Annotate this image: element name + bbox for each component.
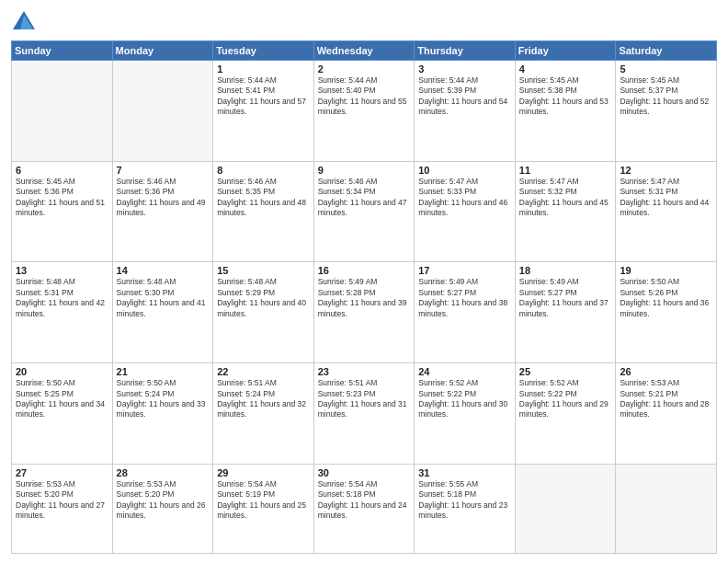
day-cell-19: 19Sunrise: 5:50 AMSunset: 5:26 PMDayligh… bbox=[616, 262, 717, 363]
day-number: 16 bbox=[318, 265, 411, 276]
day-cell-21: 21Sunrise: 5:50 AMSunset: 5:24 PMDayligh… bbox=[112, 363, 213, 465]
day-number: 19 bbox=[620, 265, 712, 276]
day-cell-31: 31Sunrise: 5:55 AMSunset: 5:18 PMDayligh… bbox=[415, 464, 516, 553]
day-number: 8 bbox=[217, 165, 310, 176]
weekday-header-friday: Friday bbox=[515, 41, 616, 61]
day-number: 1 bbox=[217, 63, 310, 75]
weekday-header-sunday: Sunday bbox=[12, 41, 113, 61]
day-number: 30 bbox=[318, 467, 411, 478]
day-number: 17 bbox=[418, 265, 511, 276]
day-info: Sunrise: 5:44 AMSunset: 5:40 PMDaylight:… bbox=[318, 75, 411, 118]
day-info: Sunrise: 5:52 AMSunset: 5:22 PMDaylight:… bbox=[519, 378, 612, 420]
day-info: Sunrise: 5:53 AMSunset: 5:20 PMDaylight:… bbox=[16, 479, 108, 522]
day-cell-18: 18Sunrise: 5:49 AMSunset: 5:27 PMDayligh… bbox=[515, 262, 616, 363]
day-cell-5: 5Sunrise: 5:45 AMSunset: 5:37 PMDaylight… bbox=[616, 61, 717, 162]
day-cell-7: 7Sunrise: 5:46 AMSunset: 5:36 PMDaylight… bbox=[112, 161, 213, 262]
day-cell-29: 29Sunrise: 5:54 AMSunset: 5:19 PMDayligh… bbox=[213, 464, 314, 553]
day-info: Sunrise: 5:51 AMSunset: 5:23 PMDaylight:… bbox=[318, 378, 411, 420]
empty-cell bbox=[12, 61, 113, 162]
day-number: 5 bbox=[620, 63, 712, 75]
day-info: Sunrise: 5:50 AMSunset: 5:24 PMDaylight:… bbox=[117, 378, 210, 420]
day-number: 7 bbox=[117, 165, 210, 176]
day-cell-30: 30Sunrise: 5:54 AMSunset: 5:18 PMDayligh… bbox=[313, 464, 415, 553]
day-cell-10: 10Sunrise: 5:47 AMSunset: 5:33 PMDayligh… bbox=[415, 161, 516, 262]
day-info: Sunrise: 5:44 AMSunset: 5:39 PMDaylight:… bbox=[418, 75, 511, 118]
day-info: Sunrise: 5:47 AMSunset: 5:31 PMDaylight:… bbox=[620, 177, 712, 219]
day-cell-12: 12Sunrise: 5:47 AMSunset: 5:31 PMDayligh… bbox=[616, 161, 717, 262]
weekday-header-wednesday: Wednesday bbox=[313, 41, 415, 61]
weekday-header-row: SundayMondayTuesdayWednesdayThursdayFrid… bbox=[12, 41, 717, 61]
day-info: Sunrise: 5:50 AMSunset: 5:26 PMDaylight:… bbox=[620, 277, 712, 319]
day-info: Sunrise: 5:48 AMSunset: 5:31 PMDaylight:… bbox=[16, 277, 108, 319]
day-cell-22: 22Sunrise: 5:51 AMSunset: 5:24 PMDayligh… bbox=[213, 363, 314, 465]
day-info: Sunrise: 5:53 AMSunset: 5:20 PMDaylight:… bbox=[117, 479, 210, 522]
weekday-header-tuesday: Tuesday bbox=[213, 41, 314, 61]
day-info: Sunrise: 5:48 AMSunset: 5:30 PMDaylight:… bbox=[117, 277, 210, 319]
day-number: 13 bbox=[16, 265, 108, 276]
day-info: Sunrise: 5:45 AMSunset: 5:37 PMDaylight:… bbox=[620, 75, 712, 118]
day-number: 15 bbox=[217, 265, 310, 276]
day-number: 31 bbox=[418, 467, 511, 478]
day-info: Sunrise: 5:49 AMSunset: 5:28 PMDaylight:… bbox=[318, 277, 411, 319]
weekday-header-thursday: Thursday bbox=[415, 41, 516, 61]
day-number: 25 bbox=[519, 366, 612, 377]
day-number: 26 bbox=[620, 366, 712, 377]
day-number: 23 bbox=[318, 366, 411, 377]
day-info: Sunrise: 5:55 AMSunset: 5:18 PMDaylight:… bbox=[418, 479, 511, 522]
day-cell-17: 17Sunrise: 5:49 AMSunset: 5:27 PMDayligh… bbox=[415, 262, 516, 363]
day-cell-3: 3Sunrise: 5:44 AMSunset: 5:39 PMDaylight… bbox=[415, 61, 516, 162]
day-cell-14: 14Sunrise: 5:48 AMSunset: 5:30 PMDayligh… bbox=[112, 262, 213, 363]
day-info: Sunrise: 5:53 AMSunset: 5:21 PMDaylight:… bbox=[620, 378, 712, 420]
day-info: Sunrise: 5:46 AMSunset: 5:34 PMDaylight:… bbox=[318, 177, 411, 219]
day-number: 6 bbox=[16, 165, 108, 176]
day-cell-1: 1Sunrise: 5:44 AMSunset: 5:41 PMDaylight… bbox=[213, 61, 314, 162]
day-number: 20 bbox=[16, 366, 108, 377]
week-row-4: 20Sunrise: 5:50 AMSunset: 5:25 PMDayligh… bbox=[12, 363, 717, 465]
day-info: Sunrise: 5:49 AMSunset: 5:27 PMDaylight:… bbox=[519, 277, 612, 319]
day-cell-16: 16Sunrise: 5:49 AMSunset: 5:28 PMDayligh… bbox=[313, 262, 415, 363]
day-info: Sunrise: 5:49 AMSunset: 5:27 PMDaylight:… bbox=[418, 277, 511, 319]
day-cell-11: 11Sunrise: 5:47 AMSunset: 5:32 PMDayligh… bbox=[515, 161, 616, 262]
logo-icon bbox=[11, 9, 37, 35]
day-cell-2: 2Sunrise: 5:44 AMSunset: 5:40 PMDaylight… bbox=[313, 61, 415, 162]
day-info: Sunrise: 5:54 AMSunset: 5:19 PMDaylight:… bbox=[217, 479, 310, 522]
calendar: SundayMondayTuesdayWednesdayThursdayFrid… bbox=[11, 40, 717, 554]
week-row-1: 1Sunrise: 5:44 AMSunset: 5:41 PMDaylight… bbox=[12, 61, 717, 162]
day-info: Sunrise: 5:48 AMSunset: 5:29 PMDaylight:… bbox=[217, 277, 310, 319]
day-cell-8: 8Sunrise: 5:46 AMSunset: 5:35 PMDaylight… bbox=[213, 161, 314, 262]
empty-cell bbox=[616, 464, 717, 553]
day-info: Sunrise: 5:50 AMSunset: 5:25 PMDaylight:… bbox=[16, 378, 108, 420]
day-cell-4: 4Sunrise: 5:45 AMSunset: 5:38 PMDaylight… bbox=[515, 61, 616, 162]
weekday-header-saturday: Saturday bbox=[616, 41, 717, 61]
day-cell-6: 6Sunrise: 5:45 AMSunset: 5:36 PMDaylight… bbox=[12, 161, 113, 262]
day-number: 24 bbox=[418, 366, 511, 377]
day-number: 27 bbox=[16, 467, 108, 478]
day-info: Sunrise: 5:47 AMSunset: 5:33 PMDaylight:… bbox=[418, 177, 511, 219]
day-number: 2 bbox=[318, 63, 411, 75]
day-number: 12 bbox=[620, 165, 712, 176]
day-number: 14 bbox=[117, 265, 210, 276]
week-row-2: 6Sunrise: 5:45 AMSunset: 5:36 PMDaylight… bbox=[12, 161, 717, 262]
day-info: Sunrise: 5:45 AMSunset: 5:38 PMDaylight:… bbox=[519, 75, 612, 118]
day-number: 10 bbox=[418, 165, 511, 176]
day-number: 18 bbox=[519, 265, 612, 276]
day-info: Sunrise: 5:54 AMSunset: 5:18 PMDaylight:… bbox=[318, 479, 411, 522]
day-number: 29 bbox=[217, 467, 310, 478]
day-cell-24: 24Sunrise: 5:52 AMSunset: 5:22 PMDayligh… bbox=[415, 363, 516, 465]
empty-cell bbox=[112, 61, 213, 162]
day-cell-15: 15Sunrise: 5:48 AMSunset: 5:29 PMDayligh… bbox=[213, 262, 314, 363]
empty-cell bbox=[515, 464, 616, 553]
day-info: Sunrise: 5:52 AMSunset: 5:22 PMDaylight:… bbox=[418, 378, 511, 420]
day-number: 28 bbox=[117, 467, 210, 478]
day-cell-27: 27Sunrise: 5:53 AMSunset: 5:20 PMDayligh… bbox=[12, 464, 113, 553]
day-number: 22 bbox=[217, 366, 310, 377]
day-number: 9 bbox=[318, 165, 411, 176]
day-info: Sunrise: 5:47 AMSunset: 5:32 PMDaylight:… bbox=[519, 177, 612, 219]
day-cell-20: 20Sunrise: 5:50 AMSunset: 5:25 PMDayligh… bbox=[12, 363, 113, 465]
day-cell-28: 28Sunrise: 5:53 AMSunset: 5:20 PMDayligh… bbox=[112, 464, 213, 553]
day-number: 21 bbox=[117, 366, 210, 377]
day-cell-25: 25Sunrise: 5:52 AMSunset: 5:22 PMDayligh… bbox=[515, 363, 616, 465]
day-cell-9: 9Sunrise: 5:46 AMSunset: 5:34 PMDaylight… bbox=[313, 161, 415, 262]
day-cell-23: 23Sunrise: 5:51 AMSunset: 5:23 PMDayligh… bbox=[313, 363, 415, 465]
day-info: Sunrise: 5:45 AMSunset: 5:36 PMDaylight:… bbox=[16, 177, 108, 219]
